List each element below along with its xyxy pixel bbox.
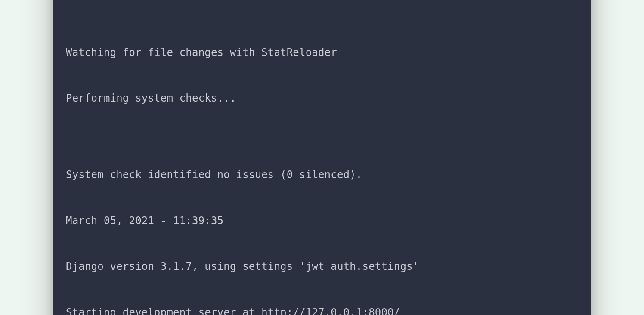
terminal-line: Performing system checks... [66,91,578,106]
terminal-line: Starting development server at http://12… [66,305,578,315]
terminal-line: System check identified no issues (0 sil… [66,167,578,183]
terminal-line: March 05, 2021 - 11:39:35 [66,213,578,229]
terminal-line: Django version 3.1.7, using settings 'jw… [66,259,578,275]
terminal-output[interactable]: ./manage.py runserver Watching for file … [66,0,578,315]
terminal-window: ./manage.py runserver Watching for file … [53,0,591,315]
terminal-line: Watching for file changes with StatReloa… [66,45,578,61]
